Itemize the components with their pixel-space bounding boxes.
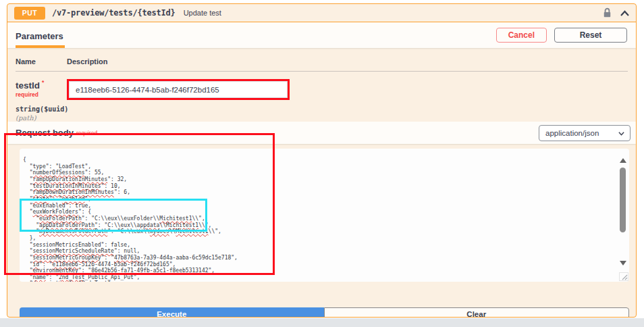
tab-parameters[interactable]: Parameters: [16, 24, 65, 48]
request-body-json[interactable]: { "type": "LoadTest", "numberOfSessions"…: [20, 149, 629, 282]
column-header-description: Description: [67, 57, 108, 66]
red-annotation-box-input: [67, 79, 290, 100]
parameters-section-header: Parameters Cancel Reset: [7, 22, 636, 48]
param-meta: testId* required string($uuid) (path): [16, 79, 67, 122]
scroll-down-icon[interactable]: [620, 261, 626, 266]
content-type-select[interactable]: application/json: [539, 125, 630, 141]
endpoint-summary: Update test: [184, 9, 221, 17]
lock-icon[interactable]: [602, 7, 612, 18]
testid-input[interactable]: [69, 81, 288, 98]
request-body-section-header: Request bodyrequired application/json: [7, 122, 636, 144]
scroll-up-icon[interactable]: [620, 158, 626, 163]
swagger-page: PUT /v7-preview/tests/{testId} Update te…: [0, 0, 644, 327]
table-column-headers: Name Description: [16, 57, 628, 72]
param-location: (path): [16, 114, 67, 122]
execute-row: Execute Clear: [20, 307, 629, 318]
column-header-name: Name: [16, 57, 67, 66]
execute-button[interactable]: Execute: [20, 307, 324, 318]
request-body-required-badge: required: [76, 130, 97, 136]
request-body-label: Request body: [16, 128, 74, 138]
http-method-badge: PUT: [14, 7, 45, 20]
parameters-table: Name Description testId* required string…: [7, 48, 636, 122]
endpoint-path: /v7-preview/tests/{testId}: [52, 8, 176, 18]
param-name: testId: [16, 80, 40, 91]
editor-scrollbar[interactable]: [618, 158, 627, 266]
reset-button[interactable]: Reset: [554, 28, 627, 43]
content-type-select-wrap: application/json: [539, 125, 630, 141]
resize-handle-icon[interactable]: [619, 272, 628, 281]
cancel-button[interactable]: Cancel: [496, 28, 547, 43]
opblock-summary[interactable]: PUT /v7-preview/tests/{testId} Update te…: [7, 4, 636, 22]
table-row: testId* required string($uuid) (path): [16, 72, 628, 122]
request-body-editor[interactable]: { "type": "LoadTest", "numberOfSessions"…: [20, 149, 629, 282]
put-opblock: PUT /v7-preview/tests/{testId} Update te…: [7, 3, 637, 318]
bottom-strip: [0, 318, 644, 327]
scrollbar-thumb[interactable]: [620, 168, 626, 232]
param-type: string($uuid): [16, 105, 67, 113]
chevron-up-icon[interactable]: [620, 9, 630, 17]
clear-button[interactable]: Clear: [324, 307, 630, 318]
